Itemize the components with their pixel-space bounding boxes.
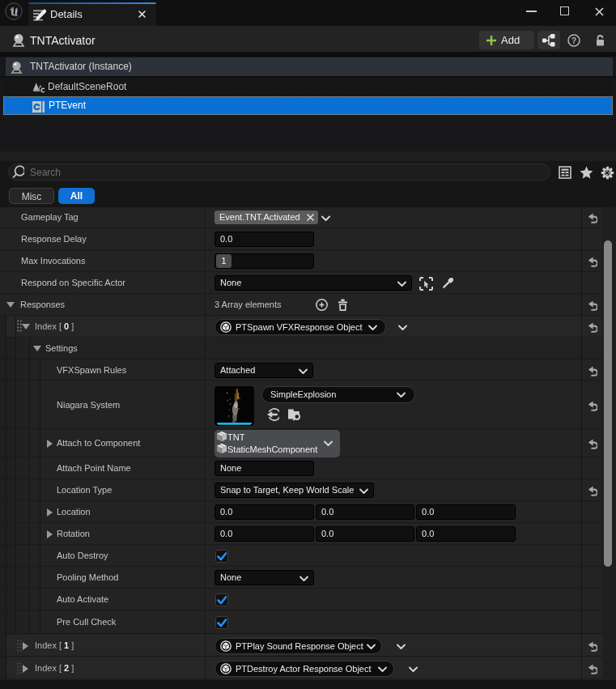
svg-text:?: ? bbox=[571, 36, 576, 45]
